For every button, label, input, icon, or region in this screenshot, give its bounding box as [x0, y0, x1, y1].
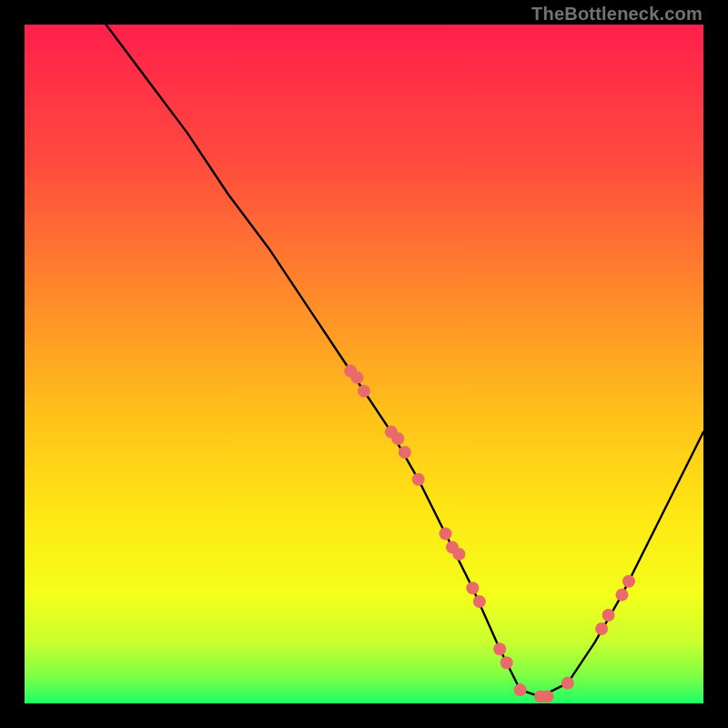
- svg-rect-0: [25, 25, 703, 703]
- chart-frame: [25, 25, 703, 703]
- watermark-text: TheBottleneck.com: [531, 4, 703, 25]
- chart-background-gradient: [25, 25, 703, 703]
